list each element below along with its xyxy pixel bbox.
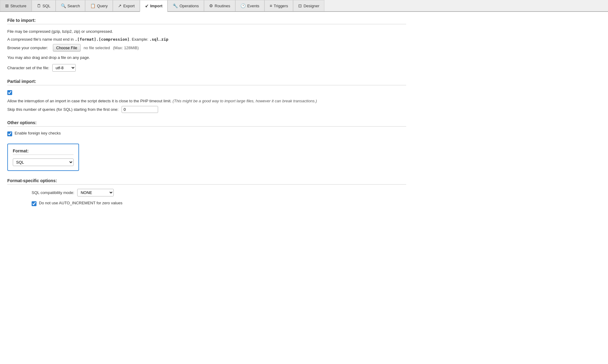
partial-import-title: Partial import:	[7, 79, 406, 85]
foreign-key-checkbox[interactable]	[7, 131, 12, 136]
tab-bar: ⊞ Structure 🗒 SQL 🔍 Search 📋 Query ↗ Exp…	[0, 0, 608, 12]
export-icon: ↗	[118, 3, 122, 8]
sql-icon: 🗒	[37, 3, 41, 8]
tab-export[interactable]: ↗ Export	[113, 0, 140, 11]
main-content: File to import: File may be compressed (…	[0, 12, 413, 219]
max-size-text: (Max: 128MiB)	[113, 46, 139, 50]
allow-interruption-italic: (This might be a good way to import larg…	[173, 99, 317, 103]
auto-increment-label: Do not use AUTO_INCREMENT for zero value…	[39, 201, 123, 205]
file-to-import-section: File to import: File may be compressed (…	[7, 18, 406, 72]
tab-import[interactable]: ↙ Import	[140, 0, 168, 12]
routines-icon: ⚙	[209, 3, 213, 8]
sql-compat-label: SQL compatibility mode:	[32, 190, 74, 195]
file-format-code: .[format].[compression]	[75, 37, 130, 42]
file-info-prefix: A compressed file's name must end in	[7, 37, 75, 42]
format-specific-title: Format-specific options:	[7, 178, 406, 185]
charset-row: Character set of the file: utf-8 utf-16 …	[7, 64, 406, 72]
tab-triggers[interactable]: ≡ Triggers	[264, 0, 293, 11]
import-icon: ↙	[145, 3, 149, 8]
structure-icon: ⊞	[5, 3, 9, 8]
operations-icon: 🔧	[173, 3, 178, 8]
allow-interruption-row	[7, 90, 406, 95]
format-section: Format: SQL CSV CSV using LOAD DATA JSON…	[7, 144, 79, 171]
file-info-middle: . Example:	[130, 37, 149, 42]
events-icon: 🕐	[240, 3, 246, 8]
foreign-key-row: Enable foreign key checks	[7, 131, 406, 136]
sql-compat-row: SQL compatibility mode: NONE ANSI DB2 MA…	[32, 189, 406, 196]
tab-sql[interactable]: 🗒 SQL	[32, 0, 56, 11]
auto-increment-checkbox[interactable]	[32, 201, 36, 206]
other-options-title: Other options:	[7, 120, 406, 127]
file-to-import-title: File to import:	[7, 18, 406, 24]
allow-interruption-text: Allow the interruption of an import in c…	[7, 98, 406, 104]
allow-interruption-main: Allow the interruption of an import in c…	[7, 99, 171, 103]
partial-import-section: Partial import: Allow the interruption o…	[7, 79, 406, 113]
tab-operations[interactable]: 🔧 Operations	[168, 0, 204, 11]
charset-label: Character set of the file:	[7, 66, 49, 70]
skip-queries-row: Skip this number of queries (for SQL) st…	[7, 106, 406, 113]
allow-interruption-checkbox[interactable]	[7, 90, 12, 95]
query-icon: 📋	[90, 3, 95, 8]
choose-file-button[interactable]: Choose File	[53, 44, 81, 52]
file-info-line2: A compressed file's name must end in .[f…	[7, 36, 406, 43]
file-info-line1: File may be compressed (gzip, bzip2, zip…	[7, 29, 406, 35]
tab-query[interactable]: 📋 Query	[85, 0, 113, 11]
skip-queries-input[interactable]	[122, 106, 158, 113]
sql-compat-select[interactable]: NONE ANSI DB2 MAXDB MYSQL323 MYSQL40 MSS…	[77, 189, 114, 196]
file-example-code: .sql.zip	[149, 37, 168, 42]
other-options-section: Other options: Enable foreign key checks	[7, 120, 406, 136]
format-select[interactable]: SQL CSV CSV using LOAD DATA JSON Mediawi…	[13, 158, 74, 166]
skip-queries-label: Skip this number of queries (for SQL) st…	[7, 107, 119, 112]
browse-row: Browse your computer: Choose File no fil…	[7, 44, 406, 52]
tab-events[interactable]: 🕐 Events	[235, 0, 264, 11]
charset-select[interactable]: utf-8 utf-16 latin1 ascii cp1252	[52, 64, 76, 72]
format-specific-section: Format-specific options: SQL compatibili…	[7, 178, 406, 206]
tab-search[interactable]: 🔍 Search	[56, 0, 85, 11]
auto-increment-row: Do not use AUTO_INCREMENT for zero value…	[32, 201, 406, 206]
designer-icon: ⊡	[298, 3, 302, 8]
tab-designer[interactable]: ⊡ Designer	[293, 0, 324, 11]
tab-structure[interactable]: ⊞ Structure	[0, 0, 32, 11]
foreign-key-label: Enable foreign key checks	[15, 131, 61, 135]
tab-routines[interactable]: ⚙ Routines	[204, 0, 235, 11]
no-file-selected-text: no file selected	[84, 46, 110, 50]
triggers-icon: ≡	[270, 3, 272, 8]
format-title: Format:	[13, 148, 74, 155]
browse-label: Browse your computer:	[7, 46, 48, 50]
drag-drop-text: You may also drag and drop a file on any…	[7, 55, 406, 60]
search-icon: 🔍	[61, 3, 66, 8]
